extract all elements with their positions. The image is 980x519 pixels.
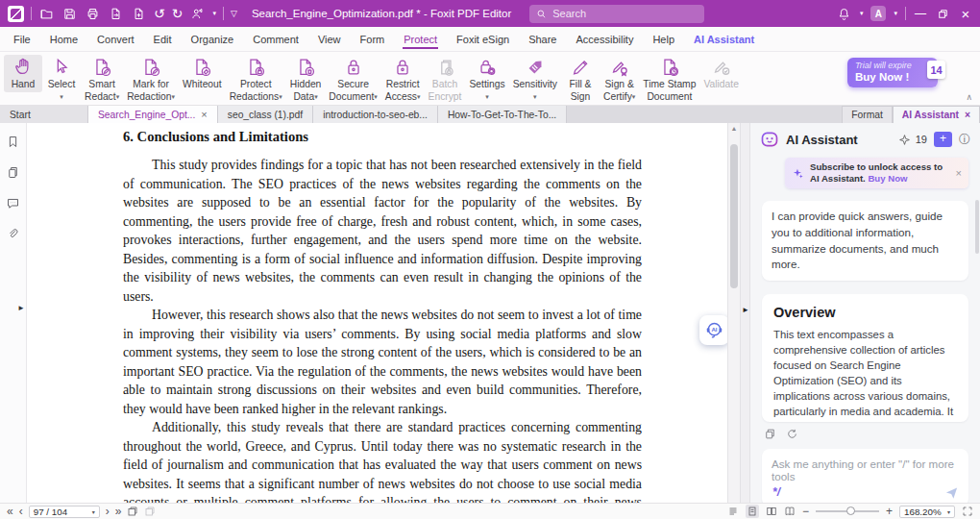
fullscreen-icon[interactable]	[962, 506, 973, 517]
menu-share[interactable]: Share	[519, 29, 566, 50]
scroll-up-arrow-icon[interactable]: ▲	[728, 125, 740, 132]
protect-redactions-button[interactable]: Protect Redactions▾	[226, 55, 286, 104]
restrict-access-button[interactable]: Restrict Access▾	[381, 55, 425, 104]
ai-assistant-floating-button[interactable]	[699, 315, 727, 345]
send-icon[interactable]	[944, 485, 959, 500]
fill-and-sign-button[interactable]: Fill & Sign	[561, 55, 600, 104]
facing-view-icon[interactable]	[766, 506, 777, 517]
zoom-slider-knob[interactable]	[846, 507, 855, 515]
book-view-icon[interactable]	[784, 506, 796, 517]
redo-icon[interactable]: ↻	[172, 7, 184, 20]
whiteout-button[interactable]: Whiteout	[179, 55, 226, 92]
slash-tools-icon[interactable]: */	[772, 485, 780, 499]
next-page-button[interactable]: ›	[106, 506, 110, 517]
panel-scrollbar-thumb[interactable]	[975, 200, 979, 254]
create-pdf-icon[interactable]	[131, 6, 147, 22]
new-chat-button[interactable]: +	[934, 132, 952, 147]
trial-buy-now-banner[interactable]: Trial will expire Buy Now !	[847, 58, 938, 87]
subscribe-banner[interactable]: Subscribe to unlock access to AI Assista…	[785, 158, 968, 188]
continuous-view-icon[interactable]	[727, 506, 739, 517]
menu-view[interactable]: View	[308, 29, 351, 50]
settings-button[interactable]: Settings ▾	[465, 55, 508, 104]
previous-page-button[interactable]: ‹	[19, 506, 23, 517]
zoom-level-input[interactable]: 168.20% ▾	[899, 506, 955, 518]
sensitivity-button[interactable]: Sensitivity ▾	[509, 55, 561, 104]
last-page-button[interactable]: »	[115, 506, 122, 517]
panel-expand-handle[interactable]: ►	[742, 306, 749, 314]
tab-introduction-to-seo[interactable]: introduction-to-seo-eb...	[313, 106, 438, 123]
bookmarks-icon[interactable]	[6, 135, 20, 149]
close-icon[interactable]: ×	[965, 110, 970, 120]
menu-foxit-esign[interactable]: Foxit eSign	[447, 29, 519, 50]
document-page[interactable]: 6. Conclusions and Limitations This stud…	[27, 123, 727, 503]
first-page-button[interactable]: «	[7, 506, 13, 517]
copy-icon[interactable]	[764, 428, 776, 440]
menu-edit[interactable]: Edit	[144, 29, 182, 50]
close-icon[interactable]: ×	[956, 167, 962, 179]
vertical-scrollbar[interactable]: ▲	[727, 123, 740, 503]
menu-home[interactable]: Home	[40, 29, 87, 50]
page-thumbnails-icon[interactable]	[6, 165, 20, 180]
menu-accessibility[interactable]: Accessibility	[566, 29, 643, 50]
menu-comment[interactable]: Comment	[243, 29, 308, 50]
attachments-icon[interactable]	[6, 227, 20, 241]
chevron-down-icon[interactable]: ▾	[212, 10, 216, 17]
menu-file[interactable]: File	[4, 29, 40, 50]
foxit-logo[interactable]	[8, 6, 24, 22]
mark-for-redaction-button[interactable]: Mark for Redaction▾	[123, 55, 179, 104]
zoom-in-button[interactable]: +	[886, 506, 893, 517]
regenerate-icon[interactable]	[786, 428, 798, 440]
customize-toolbar-icon[interactable]: ▽	[231, 10, 237, 18]
smart-redact-button[interactable]: Smart Redact▾	[81, 55, 123, 104]
menu-help[interactable]: Help	[643, 29, 684, 50]
tab-start[interactable]: Start	[0, 106, 88, 123]
zoom-slider[interactable]	[816, 510, 879, 512]
menu-protect[interactable]: Protect	[394, 29, 447, 50]
menu-ai-assistant[interactable]: AI Assistant	[684, 29, 764, 50]
scrollbar-thumb[interactable]	[730, 144, 738, 288]
tab-seo-class[interactable]: seo_class (1).pdf	[218, 106, 313, 123]
tab-format[interactable]: Format	[842, 106, 893, 123]
print-icon[interactable]	[85, 6, 101, 22]
minimize-button[interactable]: —	[914, 7, 927, 20]
secure-document-button[interactable]: Secure Document▾	[325, 55, 380, 104]
avatar[interactable]: A	[870, 6, 886, 21]
buy-now-link[interactable]: Buy Now	[868, 173, 907, 184]
secure-document-icon	[343, 57, 364, 78]
menu-organize[interactable]: Organize	[182, 29, 244, 50]
snapshot-icon[interactable]	[127, 506, 138, 517]
info-icon[interactable]: ⓘ	[959, 132, 970, 148]
page-number-input[interactable]: 97 / 104 ▾	[29, 506, 100, 518]
chevron-down-icon[interactable]: ▾	[894, 10, 897, 17]
close-button[interactable]: ×	[959, 6, 972, 22]
divider	[905, 7, 906, 20]
select-tool-button[interactable]: Select ▾	[42, 55, 81, 104]
tab-ai-assistant[interactable]: AI Assistant ×	[893, 106, 980, 123]
close-icon[interactable]: ×	[201, 109, 207, 120]
export-pdf-icon[interactable]	[108, 6, 124, 22]
overview-title: Overview	[773, 305, 957, 320]
sidebar-expand-handle[interactable]: ►	[17, 304, 25, 312]
share-icon[interactable]	[189, 6, 206, 22]
zoom-out-button[interactable]: −	[802, 506, 809, 517]
ai-prompt-input[interactable]: Ask me anything or enter "/" for more to…	[762, 449, 968, 507]
menu-form[interactable]: Form	[351, 29, 395, 50]
comments-icon[interactable]	[6, 196, 20, 210]
hand-tool-button[interactable]: Hand	[4, 55, 42, 92]
single-page-view-icon[interactable]	[746, 505, 759, 518]
collapse-ribbon-icon[interactable]: ∧	[966, 92, 972, 102]
time-stamp-document-button[interactable]: Time Stamp Document	[639, 55, 699, 104]
search-input[interactable]: Search	[529, 5, 704, 23]
tab-search-engine-optimization[interactable]: Search_Engine_Opt... ×	[88, 106, 218, 123]
undo-icon[interactable]: ↺	[154, 7, 165, 20]
notifications-bell-icon[interactable]	[836, 6, 852, 22]
menu-convert[interactable]: Convert	[87, 29, 144, 50]
hidden-data-button[interactable]: Hidden Data▾	[286, 55, 326, 104]
chevron-down-icon[interactable]: ▾	[860, 10, 864, 17]
save-icon[interactable]	[61, 6, 78, 22]
tab-how-to-get-to-the-top[interactable]: How-To-Get-To-The-To...	[438, 106, 567, 123]
sign-and-certify-button[interactable]: Sign & Certify▾	[600, 55, 639, 104]
clipboard-icon	[144, 506, 156, 517]
open-file-icon[interactable]	[38, 6, 55, 22]
restore-button[interactable]	[935, 6, 951, 22]
